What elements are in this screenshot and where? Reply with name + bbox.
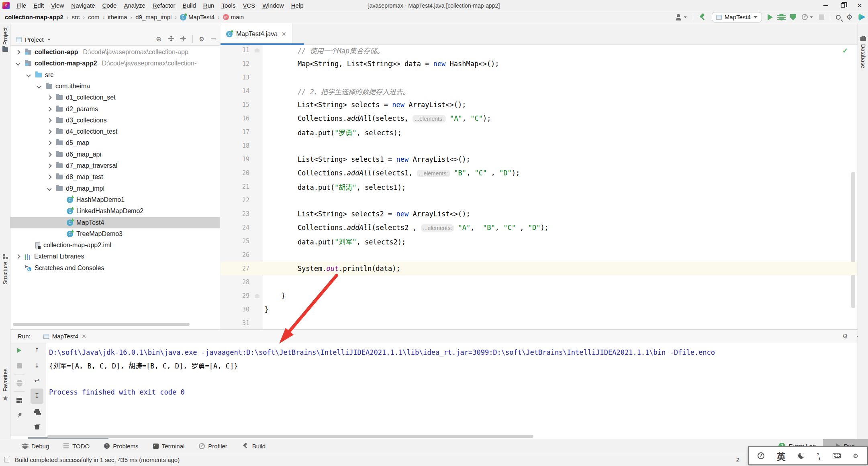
project-view-select[interactable]: Project bbox=[16, 36, 51, 43]
tree-item-maptest4[interactable]: CMapTest4 bbox=[10, 217, 220, 228]
pin-button[interactable] bbox=[13, 408, 26, 423]
user-menu-button[interactable] bbox=[675, 14, 687, 20]
print-button[interactable] bbox=[31, 404, 43, 419]
code-line-15[interactable]: 15 List<String> selects = new ArrayList<… bbox=[221, 98, 858, 112]
chevron-down-icon[interactable] bbox=[35, 85, 43, 88]
fold-marker[interactable] bbox=[255, 48, 259, 53]
tree-item-d1-collection-set[interactable]: d1_collection_set bbox=[10, 92, 220, 103]
breadcrumb-item[interactable]: src bbox=[71, 14, 81, 20]
code-line-23[interactable]: 23 List<String> selects2 = new ArrayList… bbox=[221, 207, 858, 221]
code-line-30[interactable]: 30} bbox=[221, 303, 858, 316]
tree-item-d4-collection-test[interactable]: d4_collection_test bbox=[10, 126, 220, 137]
tree-item-com-itheima[interactable]: com.itheima bbox=[10, 81, 220, 92]
code-line-16[interactable]: 16 Collections.addAll(selects, ...elemen… bbox=[221, 112, 858, 125]
clear-all-button[interactable] bbox=[31, 419, 43, 434]
menu-tools[interactable]: Tools bbox=[218, 0, 239, 10]
code-line-22[interactable]: 22 bbox=[221, 193, 858, 207]
code-line-28[interactable]: 28 bbox=[221, 275, 858, 289]
run-button[interactable] bbox=[768, 14, 773, 20]
settings-button[interactable]: ⚙ bbox=[846, 14, 853, 21]
rerun-button[interactable] bbox=[13, 343, 26, 358]
tree-item-collection-app[interactable]: collection-appD:\code\javasepromax\colle… bbox=[10, 47, 220, 58]
hide-panel-button[interactable] bbox=[211, 39, 216, 39]
stop-button[interactable] bbox=[13, 358, 26, 373]
stop-button[interactable] bbox=[819, 14, 824, 20]
code-line-21[interactable]: 21 data.put("胡涛", selects1); bbox=[221, 180, 858, 193]
horizontal-scrollbar[interactable] bbox=[47, 435, 533, 438]
tree-item-linkedhashmapdemo2[interactable]: CLinkedHashMapDemo2 bbox=[10, 206, 220, 217]
tool-window-button-debug[interactable]: Debug bbox=[22, 442, 49, 450]
chevron-right-icon[interactable] bbox=[14, 51, 22, 54]
tree-item-collection-map-app2-iml[interactable]: collection-map-app2.iml bbox=[10, 240, 220, 251]
scroll-to-end-button[interactable]: ↧ bbox=[31, 389, 43, 404]
chevron-down-icon[interactable] bbox=[46, 187, 53, 190]
menu-window[interactable]: Window bbox=[259, 0, 287, 10]
down-stack-button[interactable]: ↓ bbox=[31, 358, 43, 373]
ime-logo-icon[interactable] bbox=[758, 452, 764, 459]
ime-language-toggle[interactable]: 英 bbox=[777, 450, 786, 462]
ime-punctuation-toggle[interactable]: ’, bbox=[817, 451, 820, 461]
tab-maptest4[interactable]: C MapTest4.java ✕ bbox=[221, 23, 292, 45]
tree-item-hashmapdemo1[interactable]: CHashMapDemo1 bbox=[10, 194, 220, 206]
tool-window-button-profiler[interactable]: Profiler bbox=[199, 442, 227, 450]
close-icon[interactable]: ✕ bbox=[82, 333, 87, 340]
tool-window-switcher-icon[interactable] bbox=[4, 457, 9, 462]
tree-item-scratches-and-consoles[interactable]: Scratches and Consoles bbox=[10, 263, 220, 274]
code-line-11[interactable]: 11 // 使用一个Map集合存储。 bbox=[221, 43, 858, 57]
run-configuration-select[interactable]: MapTest4 bbox=[712, 12, 762, 22]
menu-view[interactable]: View bbox=[47, 0, 67, 10]
code-line-13[interactable]: 13 bbox=[221, 71, 858, 84]
tree-item-d2-params[interactable]: d2_params bbox=[10, 104, 220, 115]
tool-window-button-build[interactable]: Build bbox=[242, 442, 266, 450]
menu-navigate[interactable]: Navigate bbox=[67, 0, 98, 10]
menu-analyze[interactable]: Analyze bbox=[120, 0, 149, 10]
menu-help[interactable]: Help bbox=[288, 0, 307, 10]
code-line-24[interactable]: 24 Collections.addAll(selects2 , ...elem… bbox=[221, 221, 858, 234]
project-tool-window-button[interactable]: Project bbox=[0, 27, 10, 52]
keyboard-icon[interactable] bbox=[833, 453, 841, 458]
minimize-button[interactable] bbox=[817, 0, 834, 11]
chevron-right-icon[interactable] bbox=[46, 175, 53, 179]
database-tool-window-button[interactable]: Database bbox=[858, 35, 868, 68]
breadcrumb-item[interactable]: itheima bbox=[107, 14, 128, 20]
menu-refactor[interactable]: Refactor bbox=[149, 0, 179, 10]
chevron-right-icon[interactable] bbox=[46, 141, 53, 144]
ime-settings-icon[interactable]: ⚙ bbox=[853, 453, 858, 459]
favorites-tool-window-button[interactable]: Favorites ★ bbox=[0, 368, 10, 403]
tree-item-d9-map-impl[interactable]: d9_map_impl bbox=[10, 183, 220, 194]
code-line-14[interactable]: 14 // 2、把学生选择的数据存入进去。 bbox=[221, 84, 858, 98]
run-with-coverage-button[interactable] bbox=[790, 14, 796, 20]
tree-item-src[interactable]: src bbox=[10, 69, 220, 81]
breadcrumb-item[interactable]: collection-map-app2 bbox=[4, 14, 64, 20]
code-line-18[interactable]: 18 bbox=[221, 139, 858, 153]
menu-edit[interactable]: Edit bbox=[30, 0, 47, 10]
tree-item-collection-map-app2[interactable]: collection-map-app2D:\code\javasepromax\… bbox=[10, 58, 220, 69]
menu-run[interactable]: Run bbox=[200, 0, 218, 10]
tree-item-d6-map-api[interactable]: d6_map_api bbox=[10, 149, 220, 160]
build-project-button[interactable] bbox=[699, 14, 706, 21]
breadcrumb-item[interactable]: com bbox=[87, 14, 100, 20]
close-button[interactable]: ✕ bbox=[851, 0, 868, 11]
expand-all-button[interactable] bbox=[168, 36, 174, 43]
structure-tool-window-button[interactable]: Structure bbox=[0, 254, 10, 285]
chevron-right-icon[interactable] bbox=[46, 108, 53, 111]
debug-button[interactable] bbox=[778, 14, 784, 20]
chevron-right-icon[interactable] bbox=[46, 119, 53, 122]
chevron-right-icon[interactable] bbox=[46, 153, 53, 156]
code-line-26[interactable]: 26 bbox=[221, 248, 858, 262]
project-settings-button[interactable]: ⚙ bbox=[199, 36, 204, 42]
code-line-31[interactable]: 31 bbox=[221, 316, 858, 329]
breadcrumb-item[interactable]: mmain bbox=[222, 14, 245, 20]
run-settings-button[interactable]: ⚙ bbox=[843, 333, 848, 339]
tool-window-button-problems[interactable]: !Problems bbox=[104, 442, 138, 450]
vertical-scrollbar[interactable] bbox=[851, 172, 855, 308]
locate-file-button[interactable]: ⊕ bbox=[156, 36, 161, 43]
fold-marker[interactable] bbox=[255, 294, 259, 298]
tool-window-button-todo[interactable]: TODO bbox=[63, 442, 90, 450]
tree-item-d8-map-test[interactable]: d8_map_test bbox=[10, 171, 220, 183]
kill-process-button[interactable] bbox=[13, 375, 26, 391]
plugin-logo-icon[interactable] bbox=[858, 14, 866, 21]
code-line-17[interactable]: 17 data.put("罗勇", selects); bbox=[221, 125, 858, 139]
tree-item-d3-collections[interactable]: d3_collections bbox=[10, 115, 220, 126]
code-line-25[interactable]: 25 data.put("刘军", selects2); bbox=[221, 234, 858, 248]
